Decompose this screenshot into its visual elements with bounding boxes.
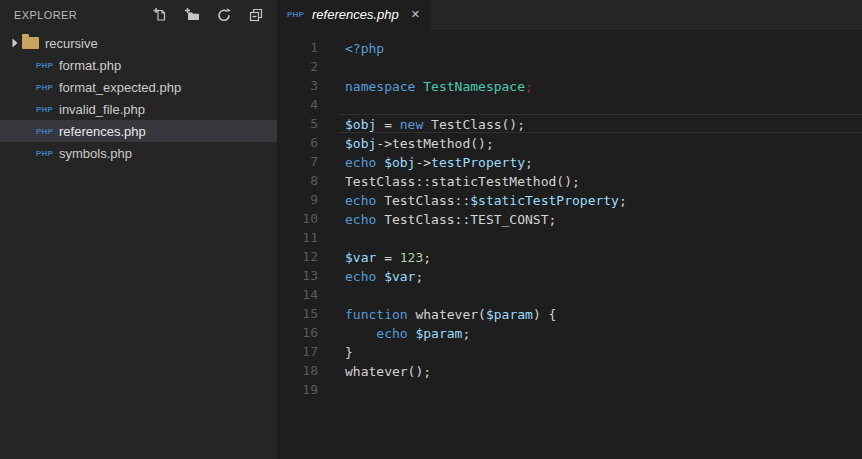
code-line-9: 9echo TestClass::$staticTestProperty;: [277, 190, 862, 209]
line-number[interactable]: 7: [277, 152, 318, 171]
line-number[interactable]: 6: [277, 133, 318, 152]
code-token: echo: [376, 326, 407, 341]
code-line-content[interactable]: [338, 228, 862, 247]
code-token: namespace: [345, 79, 415, 94]
code-token: ;: [619, 193, 627, 208]
code-line-12: 12$var = 123;: [277, 247, 862, 266]
code-token: TestClass::staticTestMethod();: [345, 174, 580, 189]
code-line-17: 17}: [277, 342, 862, 361]
code-token: ;: [525, 79, 533, 94]
code-line-1: 1<?php: [277, 38, 862, 57]
code-line-content[interactable]: $obj->testMethod();: [338, 133, 862, 152]
tree-file-invalid_file-php[interactable]: PHPinvalid_file.php: [0, 98, 277, 120]
code-line-content[interactable]: namespace TestNamespace;: [338, 76, 862, 95]
tree-file-symbols-php[interactable]: PHPsymbols.php: [0, 142, 277, 164]
code-token: ;: [525, 155, 533, 170]
php-file-icon: PHP: [287, 10, 309, 19]
code-line-2: 2: [277, 57, 862, 76]
php-file-icon: PHP: [36, 105, 58, 114]
code-token: <?php: [345, 41, 384, 56]
code-line-14: 14: [277, 285, 862, 304]
tree-file-references-php[interactable]: PHPreferences.php: [0, 120, 277, 142]
code-line-content[interactable]: echo $obj->testProperty;: [338, 152, 862, 171]
code-token: 123: [400, 250, 423, 265]
code-line-19: 19: [277, 380, 862, 399]
code-token: $obj: [345, 136, 376, 151]
line-number[interactable]: 12: [277, 247, 318, 266]
line-number[interactable]: 19: [277, 380, 318, 399]
code-token: whatever(: [408, 307, 486, 322]
code-line-10: 10echo TestClass::TEST_CONST;: [277, 209, 862, 228]
line-number[interactable]: 1: [277, 38, 318, 57]
code-line-content[interactable]: echo TestClass::$staticTestProperty;: [338, 190, 862, 209]
tree-file-format-php[interactable]: PHPformat.php: [0, 54, 277, 76]
code-line-content[interactable]: echo $param;: [338, 323, 862, 342]
file-tree: recursive PHPformat.phpPHPformat_expecte…: [0, 32, 277, 164]
code-line-content[interactable]: TestClass::staticTestMethod();: [338, 171, 862, 190]
tab-references-php[interactable]: PHP references.php ✕: [277, 0, 431, 29]
code-token: echo: [345, 212, 376, 227]
file-label: symbols.php: [59, 146, 132, 161]
line-number[interactable]: 3: [277, 76, 318, 95]
file-label: references.php: [59, 124, 146, 139]
code-line-content[interactable]: whatever();: [338, 361, 862, 380]
line-number[interactable]: 5: [277, 114, 318, 133]
line-number[interactable]: 10: [277, 209, 318, 228]
code-line-content[interactable]: <?php: [338, 38, 862, 57]
tab-title: references.php: [312, 7, 399, 22]
code-line-content[interactable]: [338, 380, 862, 399]
code-line-content[interactable]: }: [338, 342, 862, 361]
code-line-8: 8TestClass::staticTestMethod();: [277, 171, 862, 190]
line-number[interactable]: 8: [277, 171, 318, 190]
line-number[interactable]: 11: [277, 228, 318, 247]
code-line-content[interactable]: [338, 57, 862, 76]
php-file-icon: PHP: [36, 83, 58, 92]
tree-file-format_expected-php[interactable]: PHPformat_expected.php: [0, 76, 277, 98]
code-line-content[interactable]: [338, 95, 862, 114]
code-token: testProperty: [431, 155, 525, 170]
collapse-all-button[interactable]: [247, 6, 265, 24]
line-number[interactable]: 18: [277, 361, 318, 380]
file-list: PHPformat.phpPHPformat_expected.phpPHPin…: [0, 54, 277, 164]
chevron-right-icon: [8, 38, 22, 48]
code-line-content[interactable]: echo TestClass::TEST_CONST;: [338, 209, 862, 228]
file-label: invalid_file.php: [59, 102, 145, 117]
code-token: function: [345, 307, 408, 322]
code-line-5: 5$obj = new TestClass();: [277, 114, 862, 133]
tab-close-button[interactable]: ✕: [409, 7, 422, 22]
code-token: $param: [415, 326, 462, 341]
code-line-content[interactable]: $var = 123;: [338, 247, 862, 266]
code-line-18: 18whatever();: [277, 361, 862, 380]
line-number[interactable]: 9: [277, 190, 318, 209]
line-number[interactable]: 16: [277, 323, 318, 342]
php-file-icon: PHP: [36, 149, 58, 158]
code-token: echo: [345, 269, 376, 284]
code-token: [376, 155, 384, 170]
tree-folder-recursive[interactable]: recursive: [0, 32, 277, 54]
code-token: $var: [384, 269, 415, 284]
editor-group: PHP references.php ✕ 1<?php23namespace T…: [277, 0, 862, 459]
code-token: =: [376, 117, 399, 132]
code-line-16: 16 echo $param;: [277, 323, 862, 342]
line-number[interactable]: 4: [277, 95, 318, 114]
line-number[interactable]: 14: [277, 285, 318, 304]
code-line-content[interactable]: echo $var;: [338, 266, 862, 285]
code-line-content[interactable]: [338, 285, 862, 304]
line-number[interactable]: 17: [277, 342, 318, 361]
explorer-sidebar: EXPLORER: [0, 0, 277, 459]
new-folder-button[interactable]: [183, 6, 201, 24]
line-number[interactable]: 2: [277, 57, 318, 76]
refresh-button[interactable]: [215, 6, 233, 24]
code-editor[interactable]: 1<?php23namespace TestNamespace;45$obj =…: [277, 29, 862, 459]
new-file-button[interactable]: [151, 6, 169, 24]
code-token: TestClass();: [423, 117, 525, 132]
code-line-content[interactable]: function whatever($param) {: [338, 304, 862, 323]
code-line-content[interactable]: $obj = new TestClass();: [338, 114, 862, 133]
code-line-7: 7echo $obj->testProperty;: [277, 152, 862, 171]
line-number[interactable]: 15: [277, 304, 318, 323]
code-token: echo: [345, 193, 376, 208]
code-token: ;: [462, 326, 470, 341]
line-number[interactable]: 13: [277, 266, 318, 285]
code-token: [345, 326, 376, 341]
code-token: $obj: [345, 117, 376, 132]
